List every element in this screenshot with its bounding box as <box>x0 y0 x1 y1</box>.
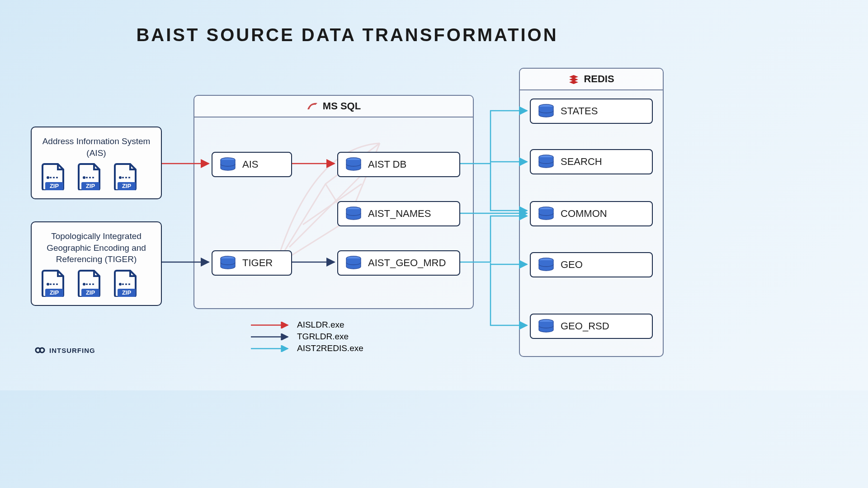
diagram-title: BAIST SOURCE DATA TRANSFORMATION <box>0 0 694 45</box>
database-icon <box>538 155 554 169</box>
source-tiger: Topologically Integrated Geographic Enco… <box>31 221 162 306</box>
legend-aist2redis: AIST2REDIS.exe <box>250 343 363 353</box>
zip-file-icon: ZIP <box>114 270 137 297</box>
panel-redis-header: REDIS <box>520 69 663 90</box>
svg-text:ZIP: ZIP <box>50 289 59 296</box>
node-states-label: STATES <box>561 105 598 117</box>
database-icon <box>538 206 554 221</box>
database-icon <box>345 206 362 221</box>
node-aist-db: AIST DB <box>337 152 460 177</box>
node-states: STATES <box>530 99 653 124</box>
panel-redis-title: REDIS <box>584 73 614 85</box>
zip-file-icon: ZIP <box>42 270 65 297</box>
node-aist-names: AIST_NAMES <box>337 201 460 226</box>
database-icon <box>538 258 554 272</box>
legend-aisldr-label: AISLDR.exe <box>297 320 344 330</box>
node-geo: GEO <box>530 252 653 277</box>
node-tiger: TIGER <box>212 250 292 276</box>
svg-point-6 <box>119 176 122 179</box>
node-geo-label: GEO <box>561 259 583 271</box>
node-geo-rsd: GEO_RSD <box>530 314 653 339</box>
database-icon <box>538 104 554 118</box>
node-aist-names-label: AIST_NAMES <box>368 208 431 220</box>
node-aist-db-label: AIST DB <box>368 159 406 170</box>
legend-aist2redis-label: AIST2REDIS.exe <box>297 343 363 353</box>
zip-row-ais: ZIP ZIP ZIP <box>42 163 151 190</box>
svg-point-15 <box>119 283 122 286</box>
node-aist-geo-mrd-label: AIST_GEO_MRD <box>368 257 446 269</box>
panel-mssql-header: MS SQL <box>194 96 473 117</box>
svg-point-12 <box>83 283 85 286</box>
database-icon <box>220 157 236 172</box>
brand: INTSURFING <box>34 346 95 354</box>
node-common: COMMON <box>530 201 653 226</box>
database-icon <box>220 256 236 270</box>
redis-icon <box>568 74 579 84</box>
database-icon <box>538 319 554 333</box>
svg-text:ZIP: ZIP <box>122 289 132 296</box>
node-search-label: SEARCH <box>561 156 602 168</box>
node-aist-geo-mrd: AIST_GEO_MRD <box>337 250 460 276</box>
mssql-icon <box>307 101 318 111</box>
brand-label: INTSURFING <box>49 347 95 354</box>
legend-tgrldr: TGRLDR.exe <box>250 332 363 342</box>
database-icon <box>345 157 362 172</box>
svg-point-3 <box>83 176 85 179</box>
zip-file-icon: ZIP <box>42 163 65 190</box>
node-search: SEARCH <box>530 149 653 174</box>
source-tiger-label: Topologically Integrated Geographic Enco… <box>42 230 151 265</box>
legend: AISLDR.exe TGRLDR.exe AIST2REDIS.exe <box>250 320 363 355</box>
source-ais: Address Information System (AIS) ZIP ZIP… <box>31 127 162 199</box>
zip-file-icon: ZIP <box>78 163 101 190</box>
arrow-red-icon <box>250 322 291 328</box>
arrow-navy-icon <box>250 333 291 340</box>
svg-text:ZIP: ZIP <box>86 183 95 189</box>
svg-point-0 <box>47 176 49 179</box>
svg-text:ZIP: ZIP <box>50 183 59 189</box>
zip-file-icon: ZIP <box>78 270 101 297</box>
node-common-label: COMMON <box>561 208 607 220</box>
database-icon <box>345 256 362 270</box>
node-ais: AIS <box>212 152 292 177</box>
svg-point-9 <box>47 283 49 286</box>
source-ais-label: Address Information System (AIS) <box>42 136 151 159</box>
node-ais-label: AIS <box>242 159 258 170</box>
brand-logo-icon <box>34 346 46 354</box>
arrow-cyan-icon <box>250 345 291 352</box>
svg-text:ZIP: ZIP <box>86 289 95 296</box>
legend-aisldr: AISLDR.exe <box>250 320 363 330</box>
panel-mssql-title: MS SQL <box>323 100 361 112</box>
svg-text:ZIP: ZIP <box>122 183 132 189</box>
zip-row-tiger: ZIP ZIP ZIP <box>42 270 151 297</box>
zip-file-icon: ZIP <box>114 163 137 190</box>
legend-tgrldr-label: TGRLDR.exe <box>297 332 349 342</box>
node-tiger-label: TIGER <box>242 257 273 269</box>
node-geo-rsd-label: GEO_RSD <box>561 320 609 332</box>
